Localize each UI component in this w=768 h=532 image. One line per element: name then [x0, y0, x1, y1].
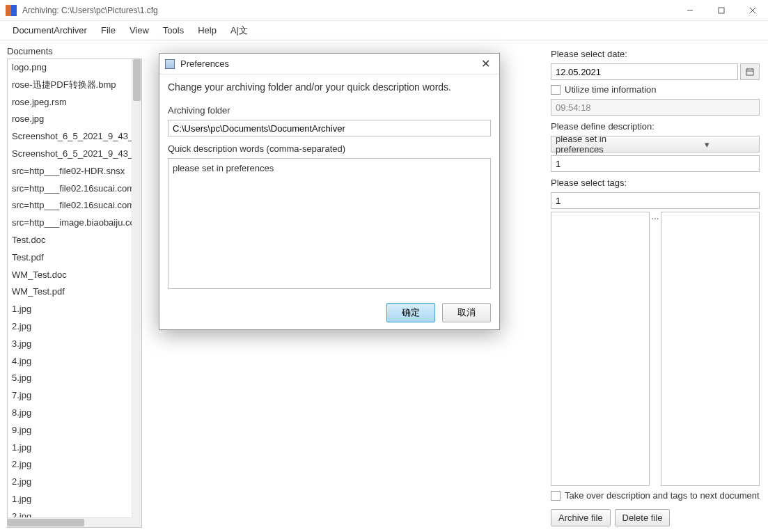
list-item[interactable]: 1.jpg — [8, 439, 132, 457]
tags-selected-list[interactable] — [661, 212, 760, 486]
list-item[interactable]: Test.pdf — [8, 249, 132, 267]
close-button[interactable] — [737, 0, 768, 21]
window-title: Archiving: C:\Users\pc\Pictures\1.cfg — [22, 6, 674, 15]
list-item[interactable]: rose.jpeg.rsm — [8, 94, 132, 111]
list-item[interactable]: Screenshot_6_5_2021_9_43_40.jpg — [8, 128, 132, 146]
list-item[interactable]: WM_Test.pdf — [8, 283, 132, 301]
list-item[interactable]: src=http___file02-HDR.snsx — [8, 163, 132, 180]
dialog-description: Change your archiving folder and/or your… — [168, 81, 491, 93]
archive-file-button[interactable]: Archive file — [551, 509, 611, 526]
list-item[interactable]: src=http___image.biaobaiju.com — [8, 214, 132, 232]
documents-label: Documents — [7, 46, 142, 56]
vertical-scrollbar[interactable] — [132, 59, 141, 517]
description-dropdown-value: please set in preferences — [551, 134, 655, 155]
list-item[interactable]: rose.jpg — [8, 111, 132, 128]
dialog-close-button[interactable]: ✕ — [471, 54, 499, 75]
delete-file-button[interactable]: Delete file — [615, 509, 671, 526]
list-item[interactable]: 2.jpg — [8, 474, 132, 491]
list-item[interactable]: 4.jpg — [8, 353, 132, 370]
tags-input[interactable] — [551, 192, 760, 209]
tags-transfer-icon: … — [652, 212, 658, 486]
file-list[interactable]: logo.pngrose-迅捷PDF转换器.bmprose.jpeg.rsmro… — [7, 58, 142, 528]
dialog-title: Preferences — [180, 58, 471, 69]
app-icon — [6, 5, 17, 16]
utilize-time-checkbox[interactable] — [551, 85, 561, 95]
minimize-button[interactable] — [674, 0, 705, 21]
date-label: Please select date: — [551, 49, 760, 59]
list-item[interactable]: 2.jpg — [8, 318, 132, 336]
list-item[interactable]: 9.jpg — [8, 422, 132, 439]
list-item[interactable]: Test.doc — [8, 232, 132, 249]
tags-label: Please select tags: — [551, 178, 760, 188]
menu-help[interactable]: Help — [191, 22, 224, 38]
description-dropdown[interactable]: please set in preferences ▾ — [551, 136, 760, 152]
takeover-label: Take over description and tags to next d… — [565, 490, 760, 501]
dialog-icon — [165, 59, 175, 69]
utilize-time-label: Utilize time information — [565, 84, 657, 95]
svg-rect-1 — [719, 8, 724, 13]
list-item[interactable]: Screenshot_6_5_2021_9_43_42.jpg — [8, 146, 132, 163]
menubar: DocumentArchiver File View Tools Help A|… — [0, 21, 768, 40]
takeover-checkbox[interactable] — [551, 491, 561, 501]
list-item[interactable]: 2.jpg — [8, 456, 132, 474]
list-item[interactable]: 1.jpg — [8, 491, 132, 508]
archiving-folder-input[interactable] — [168, 120, 491, 136]
cancel-button[interactable]: 取消 — [442, 303, 491, 322]
quick-description-textarea[interactable]: please set in preferences — [168, 158, 491, 289]
list-item[interactable]: 2.jpg — [8, 508, 132, 517]
menu-tools[interactable]: Tools — [156, 22, 191, 38]
ok-button[interactable]: 确定 — [386, 303, 435, 322]
list-item[interactable]: 7.jpg — [8, 387, 132, 405]
description-input[interactable] — [551, 155, 760, 172]
list-item[interactable]: 8.jpg — [8, 405, 132, 422]
menu-lang[interactable]: A|文 — [224, 22, 255, 40]
list-item[interactable]: src=http___file02.16sucai.com_d — [8, 180, 132, 198]
calendar-button[interactable] — [740, 63, 760, 80]
time-input — [551, 99, 760, 116]
list-item[interactable]: src=http___file02.16sucai.com_d — [8, 197, 132, 214]
horizontal-scrollbar[interactable] — [8, 517, 132, 527]
list-item[interactable]: 5.jpg — [8, 370, 132, 387]
list-item[interactable]: 1.jpg — [8, 301, 132, 318]
menu-file[interactable]: File — [94, 22, 123, 38]
date-input[interactable] — [551, 63, 738, 80]
quick-description-label: Quick description words (comma-separated… — [168, 143, 491, 154]
list-item[interactable]: 3.jpg — [8, 336, 132, 353]
list-item[interactable]: rose-迅捷PDF转换器.bmp — [8, 77, 132, 94]
preferences-dialog: Preferences ✕ Change your archiving fold… — [159, 53, 500, 330]
menu-view[interactable]: View — [123, 22, 156, 38]
maximize-button[interactable] — [705, 0, 737, 21]
list-item[interactable]: WM_Test.doc — [8, 267, 132, 284]
menu-documentarchiver[interactable]: DocumentArchiver — [6, 22, 94, 38]
archiving-folder-label: Archiving folder — [168, 105, 491, 116]
svg-rect-4 — [746, 69, 753, 75]
tags-available-list[interactable] — [551, 212, 650, 486]
list-item[interactable]: logo.png — [8, 59, 132, 77]
description-label: Please define description: — [551, 121, 760, 132]
chevron-down-icon: ▾ — [655, 139, 759, 150]
